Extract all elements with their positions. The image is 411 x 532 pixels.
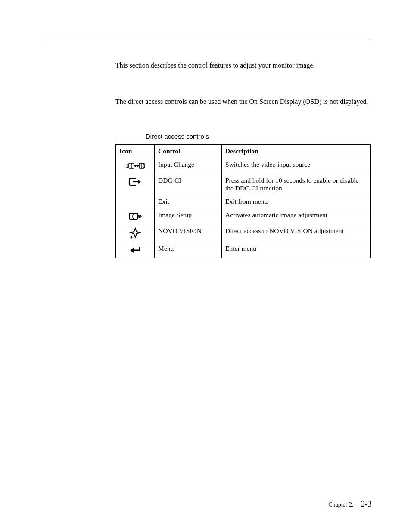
intro-paragraph: This section describes the control featu…	[115, 61, 371, 70]
svg-text:2: 2	[142, 164, 145, 168]
control-description: Switches the video input source	[222, 158, 371, 174]
svg-marker-15	[130, 248, 134, 253]
control-label: Input Change	[155, 158, 222, 174]
menu-enter-icon	[116, 242, 155, 258]
control-description: Direct access to NOVO VISION adjustment	[222, 224, 371, 242]
control-label: Menu	[155, 242, 222, 258]
svg-text:1: 1	[126, 164, 128, 168]
table-row: DDC-CI Press and hold for 10 seconds to …	[116, 174, 371, 195]
footer-chapter: Chapter 2.	[328, 501, 353, 508]
table-row: Image Setup Activates automatic image ad…	[116, 208, 371, 224]
novo-vision-icon	[116, 224, 155, 242]
control-label: Image Setup	[155, 208, 222, 224]
control-description: Activates automatic image adjustment	[222, 208, 371, 224]
exit-arrow-icon	[116, 174, 155, 208]
control-description: Press and hold for 10 seconds to enable …	[222, 174, 371, 195]
control-description: Enter menu	[222, 242, 371, 258]
svg-rect-11	[129, 213, 138, 219]
table-row: 1 2 Input Change Switches the video inpu…	[116, 158, 371, 174]
header-icon: Icon	[116, 145, 155, 158]
control-label: NOVO VISION	[155, 224, 222, 242]
footer-page-number: 2-3	[361, 500, 371, 508]
table-header-row: Icon Control Description	[116, 145, 371, 158]
direct-access-paragraph: The direct access controls can be used w…	[115, 97, 371, 106]
top-rule	[43, 39, 371, 39]
header-description: Description	[222, 145, 371, 158]
control-label: Exit	[155, 195, 222, 208]
page-footer: Chapter 2. 2-3	[328, 500, 371, 509]
svg-point-12	[139, 216, 140, 217]
svg-marker-10	[138, 180, 141, 184]
image-setup-icon	[116, 208, 155, 224]
control-label: DDC-CI	[155, 174, 222, 195]
header-control: Control	[155, 145, 222, 158]
input-change-icon: 1 2	[116, 158, 155, 174]
document-page: This section describes the control featu…	[0, 0, 411, 532]
table-caption: Direct access controls	[146, 133, 371, 140]
svg-marker-13	[131, 228, 140, 237]
table-row: NOVO VISION Direct access to NOVO VISION…	[116, 224, 371, 242]
svg-marker-14	[130, 236, 133, 239]
direct-access-table: Icon Control Description 1 2 Input Ch	[115, 144, 371, 258]
control-description: Exit from menu	[222, 195, 371, 208]
table-row: Menu Enter menu	[116, 242, 371, 258]
